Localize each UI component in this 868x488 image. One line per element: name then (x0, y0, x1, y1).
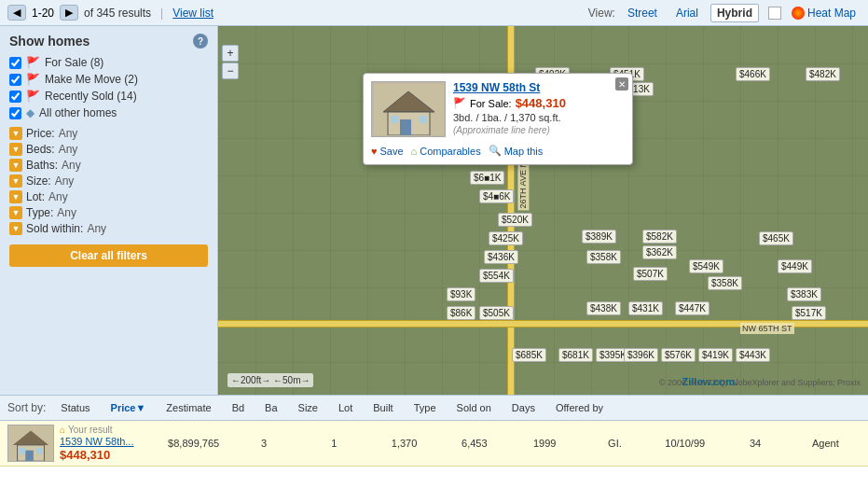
price-label-11[interactable]: $6■1K (470, 171, 504, 185)
col-built[interactable]: Built (367, 399, 398, 416)
map-scale: ←200ft→ ←50m→ (227, 373, 313, 387)
nav-next-button-wrapper: ▶ (60, 5, 78, 21)
price-label-44[interactable]: $681K (558, 348, 593, 362)
filter-lot[interactable]: ▼ Lot: Any (9, 190, 208, 203)
price-label-31[interactable]: $449K (778, 259, 812, 273)
col-size[interactable]: Size (293, 399, 324, 416)
price-label-15[interactable]: $436K (484, 250, 518, 264)
price-label-41[interactable]: $431K (628, 301, 663, 315)
popup-comparables-button[interactable]: ⌂ Comparables (411, 146, 481, 157)
price-label-34[interactable]: $582K (642, 230, 677, 244)
price-label-12[interactable]: $4■6K (479, 189, 514, 203)
price-label-4[interactable]: $466K (736, 67, 770, 81)
flag-red-icon: 🚩 (26, 56, 40, 69)
col-lot[interactable]: Lot (333, 399, 358, 416)
price-label-49[interactable]: $443K (736, 348, 770, 362)
zoom-in-button[interactable]: + (222, 45, 239, 62)
filter-beds[interactable]: ▼ Beds: Any (9, 143, 208, 156)
result-row: ⌂ Your result 1539 NW 58th... $448,310 $… (0, 421, 868, 467)
price-label-40[interactable]: $438K (586, 301, 621, 315)
popup-map-this-label: Map this (504, 146, 544, 157)
for-sale-label: For Sale (8) (45, 56, 103, 69)
filter-size-value: Any (55, 174, 75, 188)
price-label-33[interactable]: $389K (582, 230, 616, 244)
col-price[interactable]: Price▼ (105, 399, 152, 416)
all-other-label: All other homes (39, 106, 117, 119)
price-label-29[interactable]: $383K (787, 287, 821, 301)
svg-rect-3 (400, 119, 411, 135)
popup-map-this-button[interactable]: 🔍 Map this (489, 145, 544, 157)
view-arial-button[interactable]: Arial (669, 4, 705, 22)
popup-close-button[interactable]: ✕ (615, 77, 628, 91)
popup-address[interactable]: 1539 NW 58th St (453, 81, 625, 94)
col-bd[interactable]: Bd (227, 399, 250, 416)
map-area[interactable]: 26TH AVE NW 24TH AVE NW NW 65TH ST NW 65… (218, 26, 868, 395)
price-label-46[interactable]: $396K (624, 348, 658, 362)
col-offered[interactable]: Offered by (550, 399, 609, 416)
popup-thumbnail (371, 81, 446, 137)
price-label-47[interactable]: $576K (661, 348, 696, 362)
filter-sold-within[interactable]: ▼ Sold within: Any (9, 222, 208, 235)
property-popup: ✕ 1539 NW 58th St 🚩 (363, 73, 633, 165)
price-label-30[interactable]: $517K (792, 306, 826, 320)
price-label-32[interactable]: $465K (759, 231, 793, 245)
view-list-link[interactable]: View list (172, 7, 214, 20)
nav-next-button[interactable]: ▶ (60, 5, 78, 21)
filter-type-arrow: ▼ (9, 206, 22, 219)
sidebar: Show homes ? 🚩 For Sale (8) 🚩 Make Me Mo… (0, 26, 218, 395)
nav-prev-button[interactable]: ◀ (7, 5, 26, 21)
checkbox-for-sale-input[interactable] (9, 57, 21, 69)
view-street-button[interactable]: Street (621, 4, 664, 22)
result-ba: 1 (299, 436, 369, 451)
filter-type[interactable]: ▼ Type: Any (9, 206, 208, 219)
price-label-38[interactable]: $549K (689, 259, 723, 273)
col-days[interactable]: Days (506, 399, 541, 416)
price-label-13[interactable]: $520K (498, 213, 532, 227)
popup-comparables-label: Comparables (420, 146, 480, 157)
result-address[interactable]: 1539 NW 58th... (60, 436, 153, 447)
price-label-14[interactable]: $425K (489, 231, 523, 245)
col-type[interactable]: Type (408, 399, 442, 416)
popup-save-label: Save (380, 146, 404, 157)
price-label-16[interactable]: $554K (479, 269, 514, 283)
popup-save-button[interactable]: ♥ Save (371, 146, 404, 157)
help-icon[interactable]: ? (193, 34, 208, 49)
view-hybrid-button[interactable]: Hybrid (710, 4, 759, 22)
price-label-48[interactable]: $419K (698, 348, 733, 362)
zoom-out-button[interactable]: − (222, 63, 239, 79)
sort-label: Sort by: (7, 401, 46, 414)
popup-approx: (Approximate line here) (453, 125, 625, 135)
filter-price-value: Any (59, 127, 78, 140)
col-sold[interactable]: Sold on (451, 399, 497, 416)
col-zestimate[interactable]: Zestimate (160, 399, 216, 416)
price-label-18[interactable]: $93K (447, 287, 475, 301)
filter-price[interactable]: ▼ Price: Any (9, 127, 208, 140)
filter-baths[interactable]: ▼ Baths: Any (9, 159, 208, 172)
popup-status: 🚩 For Sale: $448,310 (453, 96, 625, 110)
heat-map-button[interactable]: Heat Map (787, 4, 861, 22)
house-image (374, 84, 444, 135)
price-label-35[interactable]: $362K (642, 245, 677, 259)
price-label-17[interactable]: $505K (479, 306, 514, 320)
checkbox-icon (768, 7, 781, 20)
price-label-42[interactable]: $447K (675, 301, 710, 315)
price-label-37[interactable]: $507K (633, 267, 668, 281)
filter-price-label: Price: (26, 127, 55, 140)
price-label-36[interactable]: $358K (586, 250, 621, 264)
col-ba[interactable]: Ba (259, 399, 282, 416)
col-status[interactable]: Status (55, 399, 95, 416)
checkbox-recently-sold-input[interactable] (9, 91, 21, 103)
filter-size[interactable]: ▼ Size: Any (9, 174, 208, 188)
svg-rect-4 (391, 116, 398, 123)
checkbox-make-me-move-input[interactable] (9, 74, 21, 86)
price-label-43[interactable]: $685K (512, 348, 546, 362)
popup-flag-icon: 🚩 (453, 97, 466, 109)
price-label-39[interactable]: $358K (708, 276, 742, 290)
clear-filters-button[interactable]: Clear all filters (9, 244, 208, 267)
map-copyright: © 2006: NAVTEQ; GlobeXplorer and Supplie… (659, 378, 861, 387)
checkbox-all-other-input[interactable] (9, 107, 21, 119)
sort-bar: Sort by: Status Price▼ Zestimate Bd Ba S… (0, 396, 868, 421)
price-label-19[interactable]: $86K (447, 306, 475, 320)
price-label-5[interactable]: $482K (806, 67, 840, 81)
checkbox-recently-sold: 🚩 Recently Sold (14) (9, 90, 208, 103)
